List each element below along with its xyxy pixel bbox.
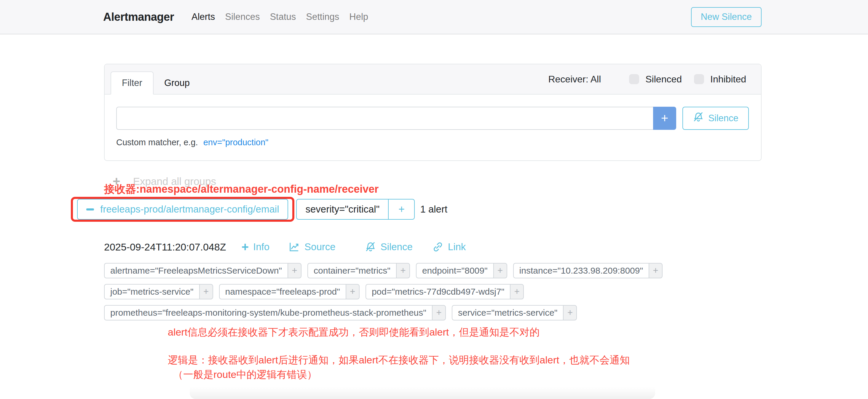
- label-chip-add-button[interactable]: +: [493, 263, 507, 278]
- alert-info-button[interactable]: + Info: [241, 241, 270, 253]
- custom-matcher-hint: Custom matcher, e.g. env="production": [116, 137, 749, 147]
- chart-icon: [289, 241, 300, 252]
- alert-timestamp: 2025-09-24T11:20:07.048Z: [104, 241, 226, 253]
- label-chip: alertname="FreeleapsMetricsServiceDown" …: [104, 263, 302, 278]
- hint-example-link[interactable]: env="production": [204, 137, 269, 147]
- label-chip-add-button[interactable]: +: [649, 263, 662, 278]
- matcher-input[interactable]: [116, 107, 653, 130]
- source-label: Source: [305, 241, 336, 252]
- group-matcher-label: severity="critical": [296, 199, 389, 220]
- label-chip-text: prometheus="freeleaps-monitoring-system/…: [104, 305, 432, 320]
- receiver-filter-dropdown[interactable]: Receiver: All: [548, 74, 601, 85]
- link-icon: [432, 241, 443, 252]
- silence-button-label: Silence: [708, 113, 739, 124]
- inhibited-checkbox[interactable]: [694, 74, 704, 84]
- label-chip-add-button[interactable]: +: [510, 284, 524, 299]
- filter-card-body: + Silence Custom matcher, e.g. env="prod…: [105, 95, 761, 147]
- add-matcher-button[interactable]: +: [653, 107, 676, 130]
- nav-item-silences[interactable]: Silences: [220, 11, 265, 22]
- nav-item-settings[interactable]: Settings: [301, 11, 344, 22]
- annotation-note-2-line1: 逻辑是：接收器收到alert后进行通知，如果alert不在接收器下，说明接收器没…: [168, 353, 630, 367]
- alert-silence-button[interactable]: Silence: [365, 241, 413, 252]
- bell-slash-icon: [693, 112, 704, 125]
- label-chip: prometheus="freeleaps-monitoring-system/…: [104, 305, 446, 320]
- label-chip-add-button[interactable]: +: [199, 284, 213, 299]
- group-matcher-add-button[interactable]: +: [389, 199, 415, 220]
- label-chip-text: container="metrics": [307, 263, 396, 278]
- label-chip-text: alertname="FreeleapsMetricsServiceDown": [104, 263, 287, 278]
- label-chip-add-button[interactable]: +: [563, 305, 577, 320]
- silence-from-filter-button[interactable]: Silence: [682, 107, 749, 130]
- label-chip-text: instance="10.233.98.209:8009": [513, 263, 649, 278]
- silenced-label[interactable]: Silenced: [645, 74, 682, 85]
- label-chip: instance="10.233.98.209:8009" +: [513, 263, 662, 278]
- nav-item-help[interactable]: Help: [344, 11, 373, 22]
- link-label: Link: [448, 241, 466, 252]
- label-chip-text: job="metrics-service": [104, 284, 199, 299]
- hint-text: Custom matcher, e.g.: [116, 137, 198, 147]
- inhibited-toggle-group: Inhibited: [694, 74, 746, 85]
- top-navbar: Alertmanager Alerts Silences Status Sett…: [0, 0, 868, 34]
- filter-card: Filter Group Receiver: All Silenced Inhi…: [104, 64, 762, 161]
- group-receiver-button[interactable]: freeleaps-prod/alertmanager-config/email: [77, 199, 288, 220]
- label-chip-text: pod="metrics-77d9cdb497-wdsj7": [366, 284, 510, 299]
- annotation-red-box: freeleaps-prod/alertmanager-config/email: [71, 197, 294, 222]
- alert-source-link[interactable]: Source: [289, 241, 336, 252]
- label-chip: endpoint="8009" +: [416, 263, 507, 278]
- alert-meta-row: 2025-09-24T11:20:07.048Z + Info Source S…: [104, 239, 466, 255]
- app-brand[interactable]: Alertmanager: [103, 11, 174, 23]
- tab-filter[interactable]: Filter: [111, 71, 154, 95]
- label-chip-text: namespace="freeleaps-prod": [219, 284, 346, 299]
- matcher-input-row: + Silence: [116, 107, 749, 130]
- alert-count: 1 alert: [420, 204, 447, 215]
- nav-item-alerts[interactable]: Alerts: [186, 11, 220, 22]
- filter-toggles: Receiver: All Silenced Inhibited: [548, 74, 746, 85]
- annotation-note-1: alert信息必须在接收器下才表示配置成功，否则即使能看到alert，但是通知是…: [168, 326, 539, 339]
- annotation-receiver-note: 接收器:namespace/altermanager-config-name/r…: [104, 182, 378, 196]
- collapse-minus-icon: [86, 208, 94, 211]
- main-nav: Alerts Silences Status Settings Help: [186, 11, 373, 22]
- label-chip-add-button[interactable]: +: [346, 284, 360, 299]
- group-matcher-chip: severity="critical" +: [296, 199, 415, 220]
- label-chip: container="metrics" +: [307, 263, 410, 278]
- label-chip-add-button[interactable]: +: [287, 263, 302, 278]
- label-chip: pod="metrics-77d9cdb497-wdsj7" +: [366, 284, 524, 299]
- silenced-toggle-group: Silenced: [629, 74, 682, 85]
- alert-group-row: freeleaps-prod/alertmanager-config/email…: [71, 197, 447, 222]
- annotation-note-2-line2: （一般是route中的逻辑有错误）: [168, 367, 630, 382]
- bottom-shadow: [190, 387, 655, 399]
- silence-label: Silence: [381, 241, 413, 252]
- filter-group-tabs: Filter Group: [111, 71, 200, 95]
- new-silence-button[interactable]: New Silence: [691, 7, 762, 27]
- silenced-checkbox[interactable]: [629, 74, 639, 84]
- label-chip: namespace="freeleaps-prod" +: [219, 284, 360, 299]
- group-receiver-label: freeleaps-prod/alertmanager-config/email: [100, 204, 279, 215]
- bell-slash-icon: [365, 241, 376, 252]
- nav-item-status[interactable]: Status: [265, 11, 301, 22]
- label-chip-add-button[interactable]: +: [396, 263, 410, 278]
- alert-label-chips: alertname="FreeleapsMetricsServiceDown" …: [104, 263, 682, 320]
- label-chip-add-button[interactable]: +: [432, 305, 446, 320]
- label-chip: job="metrics-service" +: [104, 284, 213, 299]
- plus-icon: +: [241, 241, 249, 253]
- filter-card-header: Filter Group Receiver: All Silenced Inhi…: [105, 64, 761, 95]
- info-label: Info: [253, 241, 270, 252]
- label-chip-text: service="metrics-service": [452, 305, 563, 320]
- label-chip: service="metrics-service" +: [452, 305, 577, 320]
- alert-generator-link[interactable]: Link: [432, 241, 466, 252]
- label-chip-text: endpoint="8009": [416, 263, 493, 278]
- tab-group[interactable]: Group: [154, 71, 200, 95]
- inhibited-label[interactable]: Inhibited: [710, 74, 746, 85]
- annotation-note-2: 逻辑是：接收器收到alert后进行通知，如果alert不在接收器下，说明接收器没…: [168, 353, 630, 382]
